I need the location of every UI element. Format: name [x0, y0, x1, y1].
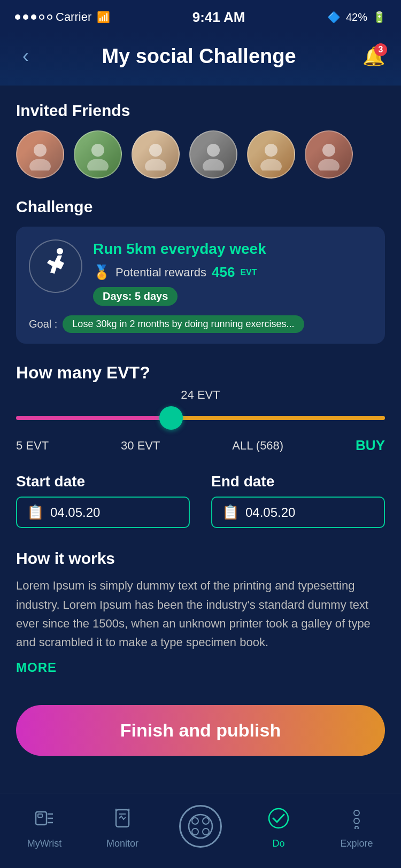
svg-rect-14 — [38, 814, 42, 817]
end-date-field: End date 📋 04.05.20 — [211, 473, 385, 528]
signal-dot-1 — [15, 14, 20, 20]
friend-avatar-5[interactable] — [247, 130, 295, 179]
slider-mid-label: 30 EVT — [121, 439, 160, 453]
svg-point-24 — [203, 818, 209, 824]
goal-label: Goal : — [29, 318, 57, 330]
buy-button[interactable]: BUY — [356, 437, 385, 454]
monitor-label: Monitor — [106, 838, 138, 849]
svg-point-12 — [57, 248, 63, 254]
status-time: 9:41 AM — [192, 9, 245, 26]
slider-thumb[interactable] — [159, 406, 183, 430]
rewards-row: 🏅 Potential rewards 456 EVT — [93, 264, 372, 281]
svg-point-1 — [29, 159, 51, 170]
main-content: Invited Friends — [0, 86, 401, 705]
status-right: 🔷 42% 🔋 — [327, 11, 386, 24]
svg-point-5 — [145, 159, 166, 170]
back-button[interactable]: ‹ — [16, 43, 35, 69]
wifi-icon: 📶 — [97, 11, 110, 24]
battery-icon: 🔋 — [373, 11, 386, 24]
challenge-card: Run 5km everyday week 🏅 Potential reward… — [16, 227, 385, 344]
days-label: Days: — [103, 290, 132, 302]
svg-point-10 — [322, 144, 335, 157]
how-it-works-text: Lorem Ipsum is simply dummy text of the … — [16, 576, 385, 652]
nav-item-center[interactable] — [174, 805, 227, 852]
friend-avatar-6[interactable] — [305, 130, 353, 179]
svg-point-26 — [203, 828, 209, 835]
rewards-unit: EVT — [240, 268, 257, 277]
nav-item-do[interactable]: Do — [252, 808, 305, 849]
slider-wrap[interactable] — [16, 407, 385, 429]
invited-friends-title: Invited Friends — [16, 102, 385, 120]
nav-item-mywrist[interactable]: MyWrist — [18, 808, 71, 849]
challenge-name: Run 5km everyday week — [93, 239, 372, 259]
avatar-4-svg — [197, 138, 229, 170]
how-it-works-title: How it works — [16, 549, 385, 568]
goal-badge: Lose 30kg in 2 months by doing running e… — [63, 315, 304, 333]
nav-item-explore[interactable]: Explore — [330, 808, 383, 849]
more-button[interactable]: MORE — [16, 660, 57, 675]
how-it-works-section: How it works Lorem Ipsum is simply dummy… — [16, 549, 385, 675]
friends-row — [16, 130, 385, 179]
svg-point-11 — [318, 159, 340, 170]
svg-point-25 — [192, 828, 198, 835]
friend-avatar-2[interactable] — [74, 130, 122, 179]
start-date-field: Start date 📋 04.05.20 — [16, 473, 190, 528]
avatar-6-svg — [313, 138, 345, 170]
end-date-label: End date — [211, 473, 385, 490]
nav-item-monitor[interactable]: Monitor — [96, 808, 149, 849]
svg-point-0 — [34, 144, 47, 157]
start-date-label: Start date — [16, 473, 190, 490]
end-date-input[interactable]: 📋 04.05.20 — [211, 497, 385, 528]
slider-labels: 5 EVT 30 EVT ALL (568) BUY — [16, 437, 385, 454]
friend-avatar-1[interactable] — [16, 130, 64, 179]
notification-badge: 3 — [374, 43, 387, 56]
monitor-svg — [112, 808, 133, 829]
start-date-value: 04.05.20 — [50, 505, 100, 520]
svg-point-4 — [149, 144, 162, 157]
status-bar: Carrier 📶 9:41 AM 🔷 42% 🔋 — [0, 0, 401, 32]
calendar-icon-start: 📋 — [27, 504, 44, 521]
avatar-2-svg — [82, 138, 114, 170]
medal-icon: 🏅 — [93, 264, 110, 281]
slider-all-label: ALL (568) — [232, 439, 283, 453]
svg-point-29 — [354, 818, 359, 824]
do-icon — [268, 808, 289, 834]
signal-dot-3 — [31, 14, 36, 20]
signal-dot-2 — [23, 14, 28, 20]
svg-point-22 — [189, 815, 212, 838]
challenge-info: Run 5km everyday week 🏅 Potential reward… — [93, 239, 372, 306]
svg-point-6 — [207, 144, 220, 157]
challenge-section-title: Challenge — [16, 198, 385, 216]
runner-icon — [40, 247, 72, 285]
invited-friends-section: Invited Friends — [16, 102, 385, 179]
svg-point-27 — [269, 809, 288, 828]
status-left: Carrier 📶 — [15, 10, 110, 24]
days-value: 5 days — [135, 290, 168, 302]
center-nav-svg — [187, 813, 214, 840]
do-svg — [268, 808, 289, 829]
svg-point-9 — [260, 159, 282, 170]
svg-point-23 — [192, 818, 198, 824]
slider-track — [16, 416, 385, 420]
avatar-5-svg — [255, 138, 287, 170]
friend-avatar-3[interactable] — [132, 130, 180, 179]
notification-button[interactable]: 🔔 3 — [363, 45, 385, 67]
mywrist-label: MyWrist — [27, 838, 62, 849]
challenge-section: Challenge Run 5km everyday week 🏅 Pot — [16, 198, 385, 344]
svg-point-2 — [91, 144, 104, 157]
do-label: Do — [272, 838, 284, 849]
center-nav-icon — [179, 805, 222, 848]
svg-point-30 — [355, 826, 358, 829]
publish-button[interactable]: Finish and publish — [16, 705, 385, 756]
signal-dots — [15, 14, 52, 20]
start-date-input[interactable]: 📋 04.05.20 — [16, 497, 190, 528]
end-date-value: 04.05.20 — [245, 505, 295, 520]
explore-label: Explore — [340, 838, 373, 849]
signal-dot-5 — [47, 14, 52, 20]
days-badge-wrap: Days: 5 days — [93, 287, 372, 306]
explore-icon — [346, 808, 367, 834]
page-title: My social Challenge — [35, 45, 363, 68]
goal-row: Goal : Lose 30kg in 2 months by doing ru… — [29, 315, 372, 333]
days-badge: Days: 5 days — [93, 287, 178, 306]
friend-avatar-4[interactable] — [189, 130, 237, 179]
